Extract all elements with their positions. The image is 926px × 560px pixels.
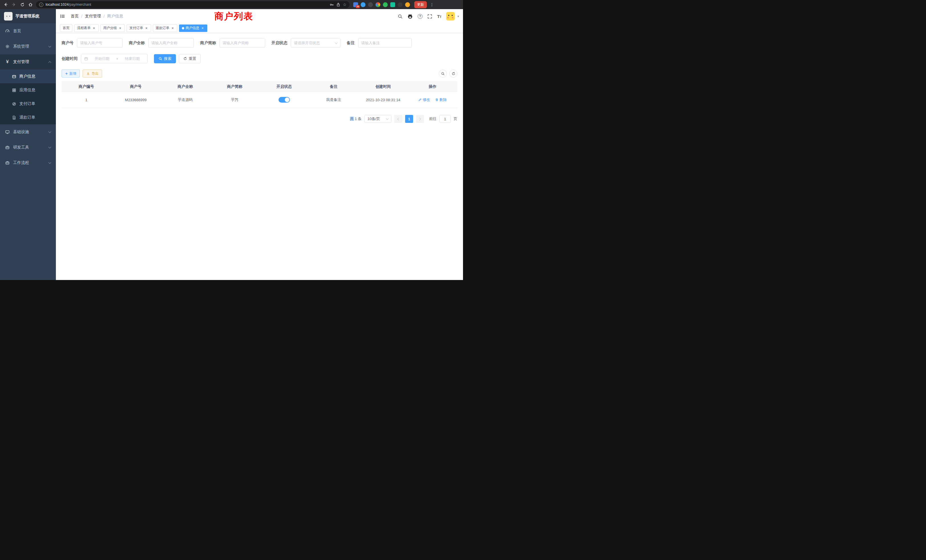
tab-home[interactable]: 首页 [60,24,73,32]
extension-icon-6[interactable] [390,2,395,7]
add-button[interactable]: + 新增 [62,70,80,77]
sidebar-item-home[interactable]: 首页 [0,23,56,39]
extension-icon-4[interactable] [375,2,380,7]
refresh-icon[interactable] [449,70,457,77]
compass-icon [12,102,16,106]
cell-merchant-no: M233666999 [111,92,161,108]
yen-icon: ¥ [5,59,10,64]
sidebar-item-refund-orders[interactable]: 退款订单 [0,110,56,124]
page-number-1[interactable]: 1 [405,115,413,123]
toggle-search-icon[interactable] [439,70,447,77]
bookmark-star-icon[interactable]: ☆ [343,3,346,6]
date-end-placeholder[interactable]: 结束日期 [120,56,145,61]
avatar[interactable] [446,12,455,21]
sidebar-item-payment[interactable]: ¥ 支付管理 [0,54,56,70]
payment-submenu: 商户信息 应用信息 支付订单 退款订单 [0,70,56,124]
close-icon[interactable]: × [201,26,204,30]
github-icon[interactable] [407,14,413,19]
status-select-input[interactable] [294,41,334,45]
export-button[interactable]: 导出 [83,70,102,77]
key-icon[interactable] [330,3,334,7]
search-icon[interactable] [398,14,402,19]
tab-label: 流程表单 [77,26,91,30]
breadcrumb-home[interactable]: 首页 [71,14,79,19]
remark-input[interactable] [361,41,409,45]
forward-icon[interactable] [11,2,17,8]
hamburger-icon[interactable] [60,14,65,19]
sidebar-item-workflow[interactable]: 工作流程 [0,155,56,171]
page-size-select[interactable] [365,115,392,123]
col-header: 创建时间 [359,82,408,92]
sidebar-item-pay-orders[interactable]: 支付订单 [0,97,56,110]
sidebar-item-label: 退款订单 [20,115,35,120]
tab-refund-orders[interactable]: 退款订单× [153,24,177,32]
sidebar-item-dev-tools[interactable]: 研发工具 [0,140,56,155]
extension-icon-2[interactable] [361,2,366,7]
help-icon[interactable]: ? [418,14,422,19]
sidebar-item-app-info[interactable]: 应用信息 [0,83,56,97]
home-icon[interactable] [28,2,33,8]
sidebar-logo[interactable]: 芋道管理系统 [0,9,56,23]
breadcrumb-current: 商户信息 [107,14,123,19]
table-row: 1 M233666999 芋道源码 芋艿 我是备注 2021-10-23 08:… [62,92,457,108]
tab-label: 支付订单 [129,26,143,30]
delete-link[interactable]: 删除 [435,97,447,102]
tab-process-form[interactable]: 流程表单× [74,24,98,32]
extension-icon-5[interactable] [383,2,388,7]
next-page-button[interactable] [416,115,424,123]
chevron-right-icon [418,118,421,120]
extension-icon-1[interactable]: 10 [353,2,358,7]
col-header: 商户编号 [62,82,111,92]
chevron-down-icon [48,45,51,48]
filter-merchant-no: 商户号 [62,38,123,48]
share-icon[interactable] [336,3,340,7]
tab-merchant-info[interactable]: 商户信息× [179,24,207,32]
full-name-input[interactable] [151,41,191,45]
filter-status: 开启状态 [271,38,340,48]
close-icon[interactable]: × [92,26,96,30]
card-icon [12,74,16,79]
sidebar-item-system[interactable]: 系统管理 [0,39,56,54]
extension-icon-7[interactable] [398,2,402,7]
cell-remark: 我是备注 [309,92,359,108]
page-size-value[interactable] [368,117,384,121]
merchant-no-input[interactable] [80,41,120,45]
reload-icon[interactable] [20,2,25,8]
browser-update-button[interactable]: 更新 [414,1,427,8]
logo-avatar [4,12,12,21]
breadcrumb-payment[interactable]: 支付管理 [85,14,101,19]
sidebar-item-merchant-info[interactable]: 商户信息 [0,70,56,83]
navbar-actions: ? TT ▾ [398,12,459,21]
goto-page-input[interactable] [439,115,451,123]
search-button[interactable]: 搜索 [154,54,176,63]
short-name-input[interactable] [222,41,262,45]
font-size-icon[interactable]: TT [437,14,441,18]
extension-icon-8[interactable] [405,2,410,7]
close-icon[interactable]: × [118,26,122,30]
close-icon[interactable]: × [145,26,148,30]
status-select[interactable] [291,38,340,48]
back-icon[interactable] [3,2,9,8]
tab-user-group[interactable]: 用户分组× [100,24,125,32]
edit-link-label: 修改 [422,97,430,102]
avatar-caret-icon[interactable]: ▾ [457,15,459,18]
date-start-placeholder[interactable]: 开始日期 [90,56,114,61]
browser-menu-icon[interactable]: ⋮ [430,2,434,7]
edit-link[interactable]: 修改 [418,97,430,102]
site-info-icon[interactable]: i [39,3,43,7]
close-icon[interactable]: × [171,26,174,30]
status-toggle[interactable] [278,97,290,103]
extension-icon-3[interactable] [368,2,373,7]
sidebar-item-label: 工作流程 [13,160,29,165]
tab-pay-orders[interactable]: 支付订单× [127,24,151,32]
address-bar[interactable]: i localhost:1024/pay/merchant ☆ [36,1,350,8]
tab-label: 首页 [63,26,70,30]
sidebar-item-infrastructure[interactable]: 基础设施 [0,124,56,140]
prev-page-button[interactable] [394,115,402,123]
cell-id: 1 [62,92,111,108]
date-range-picker[interactable]: 开始日期 - 结束日期 [81,54,148,63]
fullscreen-icon[interactable] [427,14,432,19]
reset-button[interactable]: 重置 [179,54,201,63]
grid-icon [12,88,16,92]
monitor-icon [5,130,10,134]
